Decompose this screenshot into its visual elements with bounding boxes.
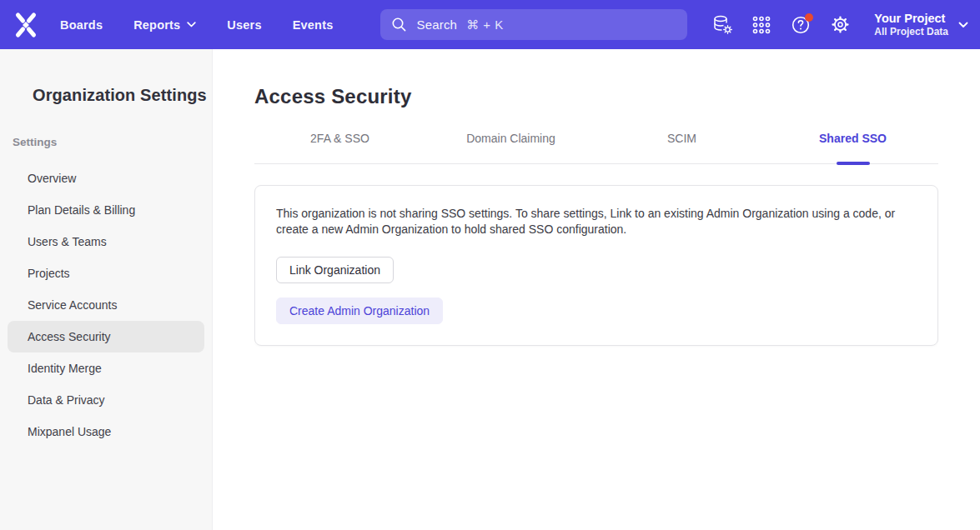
sidebar-section-label: Settings	[13, 136, 212, 148]
search-placeholder: Search	[416, 18, 457, 32]
search-input[interactable]: Search ⌘ + K	[380, 9, 687, 40]
tab-shared-sso[interactable]: Shared SSO	[767, 132, 938, 163]
apps-grid-button[interactable]	[748, 12, 775, 38]
tab-scim[interactable]: SCIM	[596, 132, 767, 163]
shared-sso-card: This organization is not sharing SSO set…	[254, 185, 938, 346]
create-admin-organization-button[interactable]: Create Admin Organization	[276, 298, 443, 324]
sidebar-item-overview[interactable]: Overview	[8, 162, 204, 194]
data-management-icon	[711, 13, 734, 36]
data-management-button[interactable]	[709, 12, 736, 38]
settings-sidebar: Organization Settings Settings Overview …	[0, 49, 213, 530]
nav-item-users[interactable]: Users	[227, 18, 261, 32]
shared-sso-description: This organization is not sharing SSO set…	[276, 206, 912, 238]
sidebar-item-access-security[interactable]: Access Security	[8, 321, 204, 352]
search-icon	[391, 17, 407, 32]
sidebar-title: Organization Settings	[33, 86, 212, 105]
chevron-down-icon	[187, 22, 196, 28]
sidebar-item-users-teams[interactable]: Users & Teams	[8, 226, 204, 258]
mixpanel-logo-icon	[14, 12, 38, 38]
nav-item-events[interactable]: Events	[293, 18, 334, 32]
settings-button[interactable]	[827, 12, 853, 38]
nav-item-label: Reports	[133, 18, 180, 32]
tab-bar: 2FA & SSO Domain Claiming SCIM Shared SS…	[254, 132, 938, 164]
help-button[interactable]	[787, 12, 814, 38]
tab-domain-claiming[interactable]: Domain Claiming	[425, 132, 596, 163]
sidebar-item-identity-merge[interactable]: Identity Merge	[8, 352, 204, 384]
nav-item-label: Boards	[60, 18, 103, 32]
settings-gear-icon	[830, 14, 851, 35]
link-organization-button[interactable]: Link Organization	[276, 257, 394, 283]
tab-2fa-sso[interactable]: 2FA & SSO	[254, 132, 425, 163]
project-data-scope: All Project Data	[874, 26, 948, 38]
chevron-down-icon	[958, 22, 968, 28]
sidebar-item-plan-details-billing[interactable]: Plan Details & Billing	[8, 194, 204, 226]
primary-nav: Boards Reports Users Events	[60, 18, 333, 32]
mixpanel-logo[interactable]	[13, 11, 38, 39]
main-content: Access Security 2FA & SSO Domain Claimin…	[213, 49, 980, 530]
nav-item-reports[interactable]: Reports	[133, 18, 196, 32]
project-selector[interactable]: Your Project All Project Data	[874, 11, 968, 38]
apps-grid-icon	[751, 15, 771, 35]
nav-right-controls: Your Project All Project Data	[709, 11, 968, 38]
sidebar-nav-list: Overview Plan Details & Billing Users & …	[0, 162, 212, 448]
sidebar-item-projects[interactable]: Projects	[8, 258, 204, 289]
notification-badge	[805, 13, 813, 22]
page-title: Access Security	[254, 85, 938, 108]
sidebar-item-data-privacy[interactable]: Data & Privacy	[8, 384, 204, 416]
sidebar-item-mixpanel-usage[interactable]: Mixpanel Usage	[8, 416, 204, 448]
nav-item-label: Events	[293, 18, 334, 32]
project-name: Your Project	[874, 11, 948, 26]
search-shortcut: ⌘ + K	[466, 18, 504, 32]
top-navigation: Boards Reports Users Events Search ⌘ + K	[0, 0, 980, 49]
nav-item-label: Users	[227, 18, 261, 32]
nav-item-boards[interactable]: Boards	[60, 18, 103, 32]
sidebar-item-service-accounts[interactable]: Service Accounts	[8, 289, 204, 321]
